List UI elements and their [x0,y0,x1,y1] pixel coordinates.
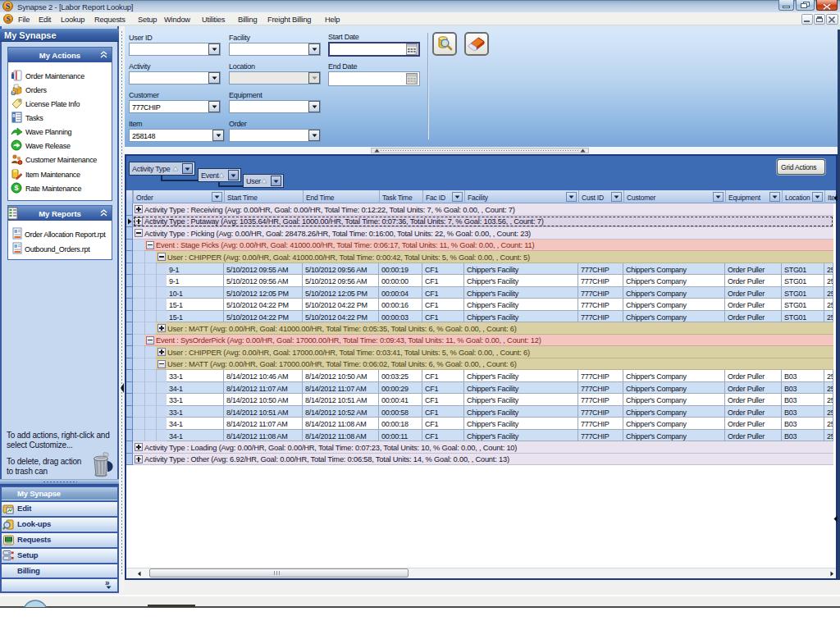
svg-text:P: P [12,91,15,95]
svg-text:$: $ [14,184,18,192]
svg-text:8: 8 [12,113,15,118]
svg-text:S: S [6,15,10,23]
svg-text:S: S [6,2,11,11]
